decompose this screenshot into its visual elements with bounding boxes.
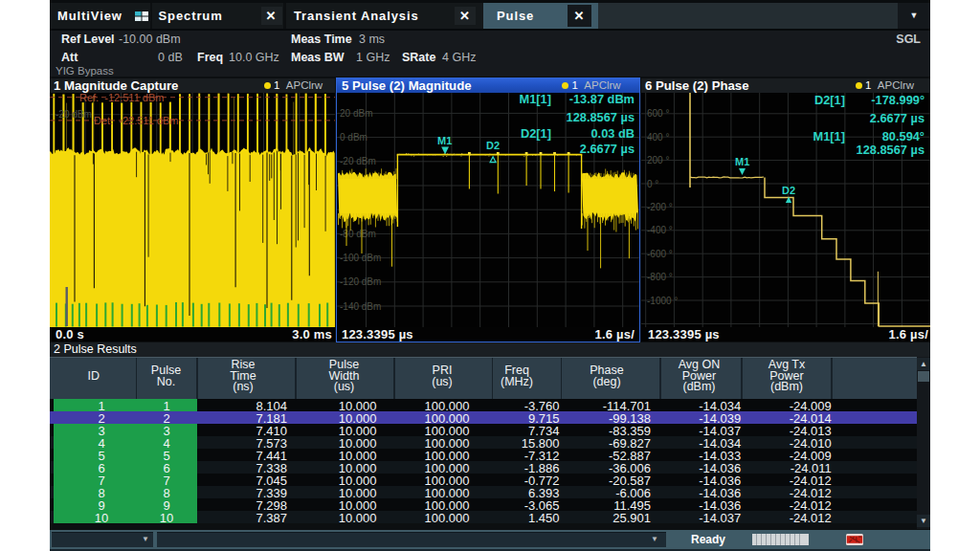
svg-text:128.8567 µs: 128.8567 µs — [857, 143, 924, 157]
svg-text:2.6677 µs: 2.6677 µs — [870, 111, 924, 125]
svg-text:-13.87 dBm: -13.87 dBm — [569, 93, 635, 106]
svg-text:-178.999°: -178.999° — [871, 93, 924, 107]
svg-text:-1000 °: -1000 ° — [647, 296, 678, 306]
svg-text:-800 °: -800 ° — [647, 272, 673, 282]
svg-text:600 °: 600 ° — [647, 108, 669, 119]
svg-text:M1[1]: M1[1] — [520, 93, 551, 106]
svg-text:400 °: 400 ° — [647, 132, 669, 143]
svg-text:D2[1]: D2[1] — [814, 93, 845, 107]
svg-text:M1: M1 — [735, 156, 749, 167]
svg-text:-100 dBm: -100 dBm — [340, 253, 381, 263]
svg-text:Ref. -12.511 dBm: Ref. -12.511 dBm — [79, 93, 164, 103]
svg-text:D2: D2 — [782, 185, 795, 196]
svg-text:0.03 dB: 0.03 dB — [590, 126, 635, 141]
svg-text:D2: D2 — [486, 140, 500, 151]
svg-text:20 dBm: 20 dBm — [340, 108, 372, 119]
svg-text:0 dBm: 0 dBm — [340, 132, 368, 143]
svg-text:80.594°: 80.594° — [882, 129, 924, 143]
svg-text:-20 dBm: -20 dBm — [340, 156, 376, 166]
svg-text:200 °: 200 ° — [647, 155, 669, 165]
svg-text:-600 °: -600 ° — [647, 249, 673, 259]
svg-text:-80 dBm: -80 dBm — [340, 229, 376, 239]
svg-text:D2[1]: D2[1] — [521, 126, 551, 141]
svg-text:128.8567 µs: 128.8567 µs — [567, 110, 635, 124]
svg-text:-140 dBm: -140 dBm — [340, 301, 381, 312]
svg-text:-400 °: -400 ° — [647, 225, 673, 235]
svg-text:-120 dBm: -120 dBm — [340, 276, 381, 287]
svg-text:M1: M1 — [437, 135, 452, 146]
svg-text:-20 dBm: -20 dBm — [56, 109, 92, 120]
svg-text:2.6677 µs: 2.6677 µs — [580, 142, 635, 156]
svg-text:0 °: 0 ° — [647, 179, 658, 189]
svg-text:Det. -22.511 dBm: Det. -22.511 dBm — [94, 115, 178, 126]
svg-text:-200 °: -200 ° — [647, 202, 673, 212]
svg-text:M1[1]: M1[1] — [813, 129, 845, 143]
